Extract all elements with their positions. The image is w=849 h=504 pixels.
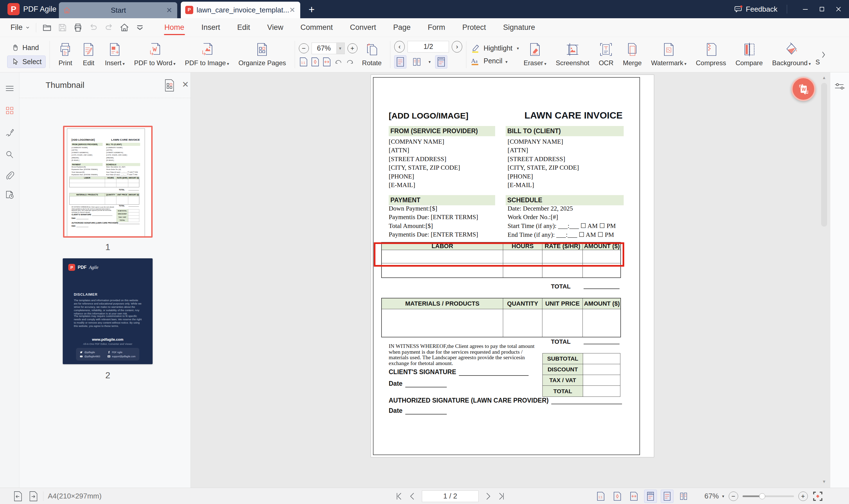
single-page-view-button[interactable] (394, 55, 406, 69)
history-panel-icon[interactable] (5, 190, 15, 199)
pdf-to-image-button[interactable]: PDF to Image▾ (180, 37, 234, 72)
zoom-out-button-status[interactable]: − (729, 491, 738, 501)
edit-button[interactable]: Edit (77, 37, 100, 72)
scrollbar-thumb[interactable] (821, 83, 827, 227)
scrollbar-down-arrow[interactable]: ▼ (820, 478, 828, 485)
last-page-button[interactable] (498, 492, 505, 500)
zoom-level-select[interactable]: 67% ▼ (312, 42, 345, 54)
zoom-out-button[interactable]: − (299, 43, 309, 53)
hand-tool-button[interactable]: Hand (7, 41, 46, 54)
search-panel-icon[interactable] (5, 150, 15, 160)
zoom-percentage-dropdown[interactable]: 67%▾ (704, 492, 724, 500)
client-signature-row: CLIENT'S SIGNATURE (389, 368, 529, 376)
tab-document-close-icon[interactable]: ✕ (289, 6, 295, 14)
signature-panel-icon[interactable] (5, 128, 15, 138)
fit-width-icon[interactable] (322, 57, 332, 67)
zoom-slider[interactable] (743, 496, 794, 497)
window-maximize-button[interactable] (814, 0, 830, 18)
two-page-view-button[interactable] (411, 55, 423, 69)
document-canvas[interactable]: [ADD LOGO/IMAGE] LAWN CARE INVOICE FROM … (191, 72, 830, 488)
zoom-in-button[interactable]: + (348, 43, 357, 53)
feedback-button[interactable]: Feedback (734, 5, 777, 14)
organize-pages-button[interactable]: Organize Pages (234, 37, 290, 72)
open-file-icon[interactable] (42, 23, 52, 32)
menu-item-protect[interactable]: Protect (462, 19, 487, 36)
highlight-button[interactable]: Hightlight▾ (470, 43, 519, 53)
menu-item-view[interactable]: View (267, 19, 284, 36)
fullscreen-icon[interactable] (812, 491, 823, 502)
attachment-panel-icon[interactable] (5, 171, 15, 181)
zoom-slider-knob[interactable] (759, 493, 765, 499)
panel-close-icon[interactable]: ✕ (182, 79, 189, 89)
window-close-button[interactable] (830, 0, 847, 18)
menu-icon[interactable] (5, 84, 15, 93)
zoom-in-button-status[interactable]: + (798, 491, 808, 501)
watermark-button[interactable]: Watermark▾ (647, 37, 691, 72)
thumbnail-page-1[interactable]: [ADD LOGO/IMAGE] LAWN CARE INVOICE FROM … (63, 126, 153, 238)
menu-item-home[interactable]: Home (164, 19, 185, 36)
rotate-right-icon[interactable] (345, 57, 355, 67)
menu-item-signature[interactable]: Signature (502, 19, 536, 36)
window-minimize-button[interactable] (797, 0, 814, 18)
menu-item-page[interactable]: Page (393, 19, 411, 36)
menu-item-convert[interactable]: Convert (350, 19, 377, 36)
previous-page-button-status[interactable] (409, 492, 416, 500)
print-icon[interactable] (73, 23, 83, 32)
rotate-left-icon[interactable] (334, 57, 343, 67)
background-button[interactable]: Background▾ (767, 37, 816, 72)
tab-document[interactable]: P lawn_care_invoice_templat... ✕ (181, 2, 300, 18)
previous-page-button[interactable]: ‹ (394, 41, 405, 53)
two-page-button-status[interactable] (677, 490, 690, 503)
scrollbar-up-arrow[interactable]: ▲ (820, 74, 828, 81)
save-icon[interactable] (58, 23, 67, 32)
menu-item-form[interactable]: Form (427, 19, 446, 36)
fit-width-button-status[interactable] (627, 490, 640, 503)
menu-item-insert[interactable]: Insert (201, 19, 221, 36)
tab-start[interactable]: Start ✕ (59, 2, 177, 18)
first-page-button[interactable] (395, 492, 403, 500)
tab-start-close-icon[interactable]: ✕ (166, 6, 172, 15)
eraser-button[interactable]: Eraser▾ (519, 37, 551, 72)
toolbar-expand-button[interactable] (820, 37, 827, 72)
insert-button[interactable]: Insert▾ (100, 37, 129, 72)
fit-page-button-status[interactable] (611, 490, 624, 503)
chevron-down-icon (25, 25, 30, 30)
home-nav-icon[interactable] (120, 23, 129, 32)
print-button[interactable]: Print (54, 37, 77, 72)
continuous-scroll-view-button[interactable] (435, 55, 447, 69)
rotate-button[interactable]: Rotate (357, 37, 387, 72)
more-commands-icon[interactable] (135, 23, 145, 32)
compare-button[interactable]: Compare (731, 37, 767, 72)
single-page-button-status[interactable] (661, 490, 673, 503)
compress-button[interactable]: Compress (691, 37, 731, 72)
new-tab-button[interactable]: + (305, 3, 318, 16)
pdf-to-word-floating-button[interactable]: W (791, 77, 816, 101)
undo-icon[interactable] (89, 23, 98, 32)
menu-item-edit[interactable]: Edit (237, 19, 251, 36)
select-tool-button[interactable]: Select (7, 56, 46, 68)
continuous-view-button-status[interactable] (644, 490, 657, 503)
next-view-icon[interactable] (28, 490, 39, 502)
menu-item-comment[interactable]: Comment (300, 19, 333, 36)
thumbnail-options-icon[interactable] (163, 78, 176, 92)
ocr-button[interactable]: OCR (594, 37, 618, 72)
screenshot-button[interactable]: Screenshot (551, 37, 594, 72)
page-number-input[interactable] (422, 490, 479, 502)
font-style-icon[interactable]: A a (470, 56, 480, 66)
thumbnail-page-2[interactable]: P PDF Agile DISCLAIMER The templates and… (63, 258, 153, 364)
merge-button[interactable]: Merge (618, 37, 647, 72)
page-indicator[interactable]: 1/2 (407, 41, 449, 53)
file-menu[interactable]: File (11, 23, 30, 32)
redo-icon[interactable] (104, 23, 113, 32)
thumbnail-panel-icon[interactable] (5, 106, 15, 115)
pdf-to-word-icon (148, 42, 162, 57)
pdf-to-word-button[interactable]: PDF to Word▾ (129, 37, 180, 72)
next-page-button[interactable]: › (452, 41, 462, 53)
fit-page-icon[interactable] (311, 57, 320, 67)
next-page-button-status[interactable] (484, 492, 492, 500)
actual-size-icon[interactable]: 1:1 (299, 57, 308, 67)
actual-size-button-status[interactable]: 1:1 (595, 490, 607, 503)
view-settings-icon[interactable] (835, 82, 845, 91)
pencil-button[interactable]: Pencil ▾ (483, 57, 508, 65)
previous-view-icon[interactable] (12, 490, 23, 502)
